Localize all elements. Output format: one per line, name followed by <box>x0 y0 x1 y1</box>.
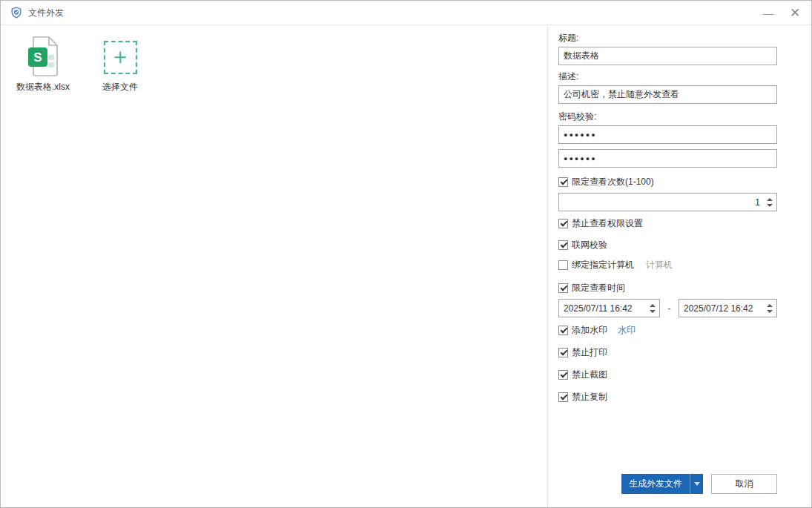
watermark-label: 添加水印 <box>572 324 607 337</box>
window-controls: — ✕ <box>755 1 808 25</box>
shield-check-icon <box>10 7 22 19</box>
view-count-input[interactable] <box>558 193 777 211</box>
file-export-dialog: 文件外发 — ✕ S 数据表格.xlsx ＋ <box>0 0 812 508</box>
online-check-row: 联网校验 <box>558 240 812 251</box>
add-file-dropzone[interactable]: ＋ <box>104 41 137 74</box>
watermark-checkbox[interactable] <box>558 326 568 335</box>
online-check-label: 联网校验 <box>572 239 607 251</box>
limit-views-checkbox[interactable] <box>558 177 568 187</box>
forbid-print-checkbox[interactable] <box>558 348 568 357</box>
chevron-down-icon <box>694 482 700 486</box>
generate-split-button[interactable]: 生成外发文件 <box>621 474 703 494</box>
start-time-input[interactable] <box>558 299 660 317</box>
spinner-down-icon[interactable] <box>767 204 773 207</box>
files-area: S 数据表格.xlsx ＋ 选择文件 <box>1 26 547 507</box>
end-time-input[interactable] <box>679 299 777 317</box>
forbid-copy-checkbox[interactable] <box>558 392 568 402</box>
window-title: 文件外发 <box>28 7 64 19</box>
description-input[interactable] <box>558 85 777 104</box>
spinner-down-icon[interactable] <box>650 310 656 313</box>
forbid-permission-row: 禁止查看权限设置 <box>558 218 812 229</box>
forbid-screenshot-label: 禁止截图 <box>572 369 607 381</box>
spinner-down-icon[interactable] <box>767 310 773 313</box>
limit-time-row: 限定查看时间 <box>558 283 812 294</box>
password-confirm-input[interactable] <box>558 149 777 168</box>
spinner-up-icon[interactable] <box>767 198 773 201</box>
excel-letter: S <box>33 50 42 65</box>
time-range-row: - <box>558 299 812 317</box>
forbid-permission-label: 禁止查看权限设置 <box>572 217 643 230</box>
forbid-copy-row: 禁止复制 <box>558 392 812 403</box>
bind-computer-label: 绑定指定计算机 <box>572 259 634 271</box>
view-count-spinner[interactable] <box>767 193 773 211</box>
watermark-row: 添加水印 水印 <box>558 325 812 336</box>
generate-button[interactable]: 生成外发文件 <box>621 474 690 494</box>
time-range-separator: - <box>660 303 679 314</box>
description-label: 描述: <box>558 71 812 82</box>
limit-time-checkbox[interactable] <box>558 283 568 293</box>
title-input[interactable] <box>558 47 777 65</box>
computer-link[interactable]: 计算机 <box>646 259 673 271</box>
plus-icon: ＋ <box>109 45 131 67</box>
select-file-label: 选择文件 <box>102 81 138 93</box>
file-item-xlsx[interactable]: S 数据表格.xlsx <box>14 35 72 498</box>
forbid-copy-label: 禁止复制 <box>572 391 607 403</box>
forbid-permission-checkbox[interactable] <box>558 219 568 228</box>
select-file-button[interactable]: ＋ 选择文件 <box>91 35 149 498</box>
generate-dropdown-button[interactable] <box>690 474 703 494</box>
spinner-up-icon[interactable] <box>650 304 656 307</box>
minimize-button[interactable]: — <box>755 1 782 25</box>
forbid-screenshot-checkbox[interactable] <box>558 370 568 380</box>
password-input[interactable] <box>558 125 777 144</box>
online-check-checkbox[interactable] <box>558 240 568 250</box>
end-time-spinner[interactable] <box>767 299 773 317</box>
settings-panel: 标题: 描述: 密码校验: 限定查看次数(1-100) 禁止查看权限设置 联网校… <box>547 26 812 507</box>
limit-views-row: 限定查看次数(1-100) <box>558 177 812 188</box>
titlebar: 文件外发 — ✕ <box>1 1 811 25</box>
limit-views-label: 限定查看次数(1-100) <box>572 176 654 188</box>
title-label: 标题: <box>558 33 812 43</box>
excel-file-icon: S <box>23 35 63 78</box>
forbid-print-label: 禁止打印 <box>572 346 607 359</box>
spinner-up-icon[interactable] <box>767 304 773 307</box>
forbid-print-row: 禁止打印 <box>558 347 812 358</box>
file-name: 数据表格.xlsx <box>16 81 70 93</box>
start-time-spinner[interactable] <box>650 299 656 317</box>
footer-actions: 生成外发文件 取消 <box>621 474 777 494</box>
cancel-button[interactable]: 取消 <box>711 474 777 494</box>
password-label: 密码校验: <box>558 111 812 122</box>
watermark-link[interactable]: 水印 <box>618 324 636 337</box>
forbid-screenshot-row: 禁止截图 <box>558 369 812 380</box>
bind-computer-row: 绑定指定计算机 计算机 <box>558 260 812 271</box>
close-button[interactable]: ✕ <box>782 1 808 25</box>
limit-time-label: 限定查看时间 <box>572 282 625 294</box>
bind-computer-checkbox[interactable] <box>558 260 568 270</box>
